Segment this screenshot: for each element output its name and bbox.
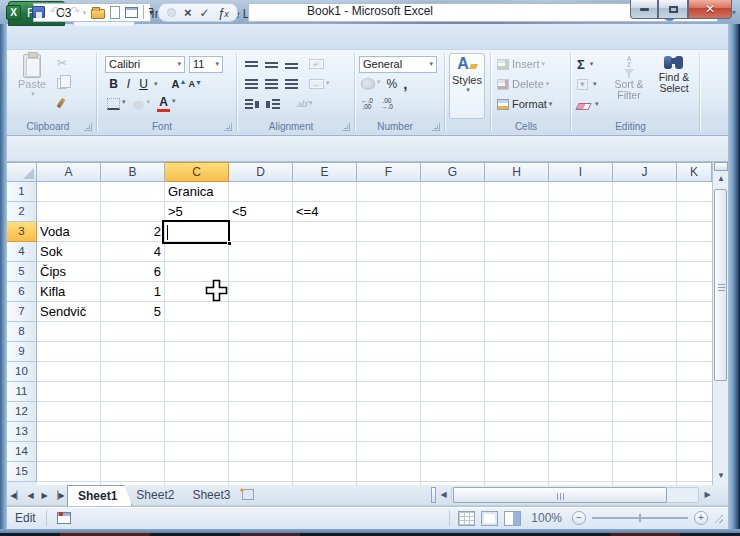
row-header-14[interactable]: 14 bbox=[7, 442, 37, 462]
insert-worksheet-button[interactable]: ✦ bbox=[238, 485, 264, 506]
italic-button[interactable]: I bbox=[122, 77, 135, 91]
column-header-H[interactable]: H bbox=[485, 162, 549, 182]
font-dialog-launcher-icon[interactable] bbox=[224, 123, 232, 131]
cell-A6[interactable]: Kifla bbox=[37, 282, 100, 302]
page-layout-view-button[interactable] bbox=[481, 511, 498, 526]
column-header-D[interactable]: D bbox=[229, 162, 293, 182]
format-cells-button[interactable]: Format▾ bbox=[497, 95, 552, 113]
normal-view-button[interactable] bbox=[458, 511, 475, 526]
cell-A4[interactable]: Sok bbox=[37, 242, 100, 262]
customize-qat-icon[interactable]: ▾ bbox=[149, 8, 153, 16]
column-header-F[interactable]: F bbox=[357, 162, 421, 182]
styles-button[interactable]: A Styles ▾ bbox=[449, 53, 485, 119]
fill-icon[interactable]: ▼ bbox=[577, 79, 588, 90]
sheet-tab-sheet3[interactable]: Sheet3 bbox=[182, 485, 244, 506]
sheet-tab-sheet1[interactable]: Sheet1 bbox=[67, 485, 132, 506]
new-document-icon[interactable] bbox=[110, 6, 120, 19]
percent-style-icon[interactable]: % bbox=[387, 77, 398, 91]
row-header-7[interactable]: 7 bbox=[7, 302, 37, 322]
row-header-15[interactable]: 15 bbox=[7, 462, 37, 482]
select-all-corner[interactable] bbox=[7, 162, 37, 182]
decrease-font-icon[interactable]: A▼ bbox=[188, 79, 201, 89]
orientation-button[interactable]: ab̸▾ bbox=[297, 99, 313, 109]
fill-color-button[interactable]: ▾ bbox=[133, 98, 151, 110]
active-cell-selection[interactable] bbox=[162, 220, 230, 244]
paste-button[interactable]: Paste ▾ bbox=[15, 54, 49, 116]
merge-center-button[interactable]: ↔▾ bbox=[309, 79, 330, 89]
wrap-text-icon[interactable]: ↵ bbox=[309, 59, 324, 69]
insert-cells-button[interactable]: Insert▾ bbox=[497, 55, 545, 73]
redo-icon[interactable]: ↷▾ bbox=[71, 5, 87, 19]
row-header-2[interactable]: 2 bbox=[7, 202, 37, 222]
cell-B5[interactable]: 6 bbox=[101, 262, 164, 282]
number-dialog-launcher-icon[interactable] bbox=[432, 123, 440, 131]
sheet-tab-sheet2[interactable]: Sheet2 bbox=[126, 485, 188, 506]
resize-grip-icon[interactable] bbox=[714, 514, 723, 523]
prev-sheet-icon[interactable]: ◀ bbox=[24, 488, 37, 503]
zoom-level[interactable]: 100% bbox=[531, 511, 562, 525]
cell-A7[interactable]: Sendvič bbox=[37, 302, 100, 322]
zoom-slider[interactable] bbox=[592, 517, 688, 519]
cut-button[interactable]: ✂ bbox=[57, 55, 72, 71]
cell-C1[interactable]: Granica bbox=[165, 182, 228, 202]
column-header-G[interactable]: G bbox=[421, 162, 485, 182]
undo-icon[interactable]: ↶▾ bbox=[50, 5, 66, 19]
autosum-icon[interactable]: Σ bbox=[577, 57, 585, 72]
last-sheet-icon[interactable]: ▕▶ bbox=[52, 488, 65, 503]
underline-button[interactable]: U bbox=[137, 77, 150, 91]
excel-logo-icon[interactable]: X bbox=[6, 5, 21, 20]
row-header-8[interactable]: 8 bbox=[7, 322, 37, 342]
column-header-C[interactable]: C bbox=[165, 162, 229, 182]
copy-button[interactable]: ▾ bbox=[57, 75, 72, 91]
cell-A3[interactable]: Voda bbox=[37, 222, 100, 242]
clear-icon[interactable] bbox=[575, 103, 591, 110]
cell-B6[interactable]: 1 bbox=[101, 282, 164, 302]
column-header-J[interactable]: J bbox=[613, 162, 677, 182]
borders-button[interactable]: ▾ bbox=[107, 98, 126, 110]
cell-B3[interactable]: 2 bbox=[101, 222, 164, 242]
comma-style-icon[interactable]: , bbox=[403, 80, 407, 88]
scroll-down-icon[interactable]: ▼ bbox=[714, 469, 728, 483]
align-left-icon[interactable] bbox=[245, 79, 258, 90]
column-header-E[interactable]: E bbox=[293, 162, 357, 182]
minimize-button[interactable] bbox=[630, 0, 658, 19]
align-middle-icon[interactable] bbox=[265, 62, 278, 69]
horizontal-scroll-thumb[interactable] bbox=[453, 487, 667, 503]
align-center-icon[interactable] bbox=[265, 79, 278, 90]
row-header-12[interactable]: 12 bbox=[7, 402, 37, 422]
open-icon[interactable] bbox=[91, 9, 105, 19]
row-header-3[interactable]: 3 bbox=[7, 222, 37, 242]
row-header-11[interactable]: 11 bbox=[7, 382, 37, 402]
zoom-in-icon[interactable]: + bbox=[694, 511, 708, 525]
split-handle[interactable] bbox=[714, 162, 728, 171]
macro-record-icon[interactable] bbox=[57, 512, 71, 524]
align-top-icon[interactable] bbox=[245, 61, 258, 68]
cell-B4[interactable]: 4 bbox=[101, 242, 164, 262]
vertical-scrollbar[interactable]: ▲ ▼ bbox=[712, 162, 728, 485]
clipboard-dialog-launcher-icon[interactable] bbox=[84, 123, 92, 131]
bold-button[interactable]: B bbox=[107, 77, 120, 91]
increase-font-icon[interactable]: A▲ bbox=[172, 78, 187, 90]
close-button[interactable]: ✕ bbox=[688, 0, 732, 19]
column-header-K[interactable]: K bbox=[677, 162, 712, 182]
horizontal-scrollbar[interactable]: ◀ ▶ bbox=[437, 487, 727, 504]
decrease-indent-icon[interactable] bbox=[245, 99, 259, 110]
sheet-grid[interactable]: Granica>5<5<=4Voda2Sok4Čips6Kifla1Sendvi… bbox=[37, 182, 712, 485]
cell-C2[interactable]: >5 bbox=[165, 202, 228, 222]
font-size-select[interactable]: 11▾ bbox=[189, 56, 223, 73]
increase-indent-icon[interactable] bbox=[266, 99, 280, 110]
column-header-B[interactable]: B bbox=[101, 162, 165, 182]
tab-split-handle[interactable] bbox=[431, 487, 436, 503]
quick-table-icon[interactable] bbox=[125, 7, 138, 18]
alignment-dialog-launcher-icon[interactable] bbox=[342, 123, 350, 131]
sort-filter-button[interactable]: AZ Sort & Filter bbox=[607, 56, 651, 101]
row-header-9[interactable]: 9 bbox=[7, 342, 37, 362]
row-header-1[interactable]: 1 bbox=[7, 182, 37, 202]
maximize-button[interactable] bbox=[658, 0, 688, 19]
cell-B7[interactable]: 5 bbox=[101, 302, 164, 322]
align-right-icon[interactable] bbox=[285, 79, 298, 90]
scroll-right-icon[interactable]: ▶ bbox=[701, 487, 714, 503]
find-select-button[interactable]: Find & Select bbox=[653, 56, 695, 94]
font-color-button[interactable]: A▾ bbox=[157, 97, 176, 112]
font-name-select[interactable]: Calibri▾ bbox=[105, 56, 185, 73]
